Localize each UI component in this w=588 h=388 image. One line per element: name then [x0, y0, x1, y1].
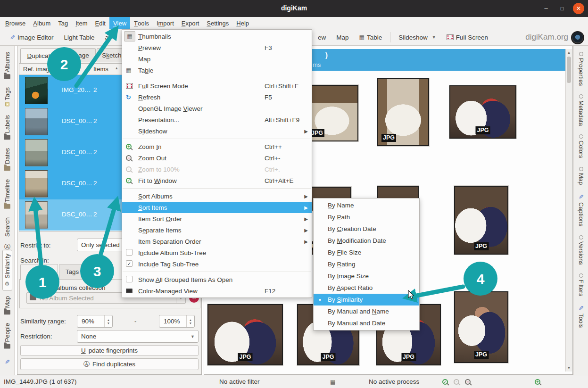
tab-duplicates[interactable]: Duplicates — [20, 48, 64, 63]
menu-item-refresh[interactable]: ↻RefreshF5 — [122, 91, 312, 103]
submenu-item-by-rating[interactable]: By Rating — [314, 258, 419, 270]
toolbar-map-button[interactable]: Map — [331, 29, 354, 45]
column-items[interactable]: Items — [93, 66, 108, 73]
menu-item-opengl-image-viewer[interactable]: OpenGL Image Viewer — [122, 103, 312, 114]
image-thumbnail[interactable]: JPG — [449, 85, 516, 139]
similarity-max-spinbox[interactable]: 100% ▲▼ — [159, 315, 195, 328]
menu-item-color-managed-view[interactable]: Color-Managed ViewF12 — [122, 285, 312, 297]
filter-box-icon[interactable]: ▦ — [330, 379, 335, 385]
toolbar-image-editor-button[interactable]: ✎Image Editor — [5, 29, 58, 45]
search-tab-albums[interactable]: Albums — [20, 264, 58, 280]
sidebar-tab-search[interactable]: ⒶSearch — [2, 214, 12, 248]
menu-item-include-tag-sub-tree[interactable]: ✓Include Tag Sub-Tree — [122, 258, 312, 270]
sidebar-tab-colors[interactable]: Colors — [577, 131, 586, 162]
submenu-item-by-modification-date[interactable]: By Modification Date — [314, 235, 419, 247]
minimize-button[interactable]: – — [541, 3, 551, 14]
scroll-up-icon[interactable]: ▲ — [566, 50, 572, 55]
sidebar-tab-metadata[interactable]: Metadata — [577, 91, 586, 129]
image-thumbnail[interactable]: JPG — [207, 304, 283, 365]
sidebar-tab-people[interactable]: People — [3, 320, 12, 352]
menu-item[interactable]: Item — [72, 17, 91, 29]
restriction-select[interactable]: None ▼ — [77, 330, 199, 343]
menu-item-sort-albums[interactable]: Sort Albums▶ — [122, 190, 312, 202]
find-duplicates-button[interactable]: ⒶFind duplicates — [20, 358, 199, 370]
menu-item-item-separation-order[interactable]: Item Separation Order▶ — [122, 236, 312, 247]
reference-thumbnail[interactable] — [25, 108, 48, 135]
toolbar-ew-button[interactable]: ew — [313, 29, 331, 45]
sidebar-tab-labels[interactable]: Labels — [3, 112, 12, 143]
toolbar-slideshow-button[interactable]: Slideshow▼ — [393, 29, 441, 45]
menu-item-thumbnails[interactable]: ▦Thumbnails — [122, 31, 312, 42]
update-fingerprints-button[interactable]: Update fingerprints — [20, 345, 199, 356]
menu-item-zoom-out[interactable]: Zoom OutCtrl+- — [122, 152, 312, 164]
sidebar-tab-dates[interactable]: Dates — [3, 145, 12, 174]
search-tab-tags[interactable]: Tags — [59, 264, 85, 279]
menu-item-show-all-grouped-items-as-open[interactable]: Show All Grouped Items As Open — [122, 274, 312, 285]
toolbar-light-table-button[interactable]: Light Table — [58, 29, 99, 45]
toolbar-at-button[interactable]: at — [100, 29, 116, 45]
submenu-item-by-manual-and-date[interactable]: By Manual and Date — [314, 317, 419, 329]
scrollbar-thumb[interactable] — [567, 57, 571, 83]
sidebar-tab-properties[interactable]: Properties — [577, 49, 586, 89]
menu-item-item-sort-order[interactable]: Item Sort Order▶ — [122, 213, 312, 224]
menu-album[interactable]: Album — [29, 17, 54, 29]
menu-browse[interactable]: Browse — [1, 17, 29, 29]
spinner-arrows-icon[interactable]: ▲▼ — [186, 315, 194, 327]
tab-image[interactable]: Image — [65, 48, 96, 62]
menu-item-fit-to-window[interactable]: Fit to WindowCtrl+Alt+E — [122, 175, 312, 186]
maximize-button[interactable]: □ — [557, 3, 567, 14]
submenu-item-by-name[interactable]: By Name — [314, 199, 419, 211]
submenu-item-by-path[interactable]: By Path — [314, 211, 419, 223]
sidebar-tab-tools[interactable]: ✎Tools — [577, 301, 586, 331]
sidebar-tab-captions[interactable]: ✎Captions — [577, 190, 586, 230]
submenu-item-by-image-size[interactable]: By Image Size — [314, 270, 419, 282]
menu-tag[interactable]: Tag — [54, 17, 72, 29]
submenu-item-by-aspect-ratio[interactable]: By Aspect Ratio — [314, 282, 419, 294]
menu-item-sort-items[interactable]: Sort Items▶ — [122, 202, 312, 213]
toolbar-full-screen-button[interactable]: Full Screen — [441, 29, 493, 45]
submenu-item-by-file-size[interactable]: By File Size — [314, 247, 419, 258]
menu-edit[interactable]: Edit — [91, 17, 109, 29]
menu-item-separate-items[interactable]: Separate Items▶ — [122, 224, 312, 236]
menu-view[interactable]: View — [109, 17, 130, 29]
zoom-100-icon[interactable] — [454, 379, 459, 385]
menu-item-preview[interactable]: PreviewF3 — [122, 42, 312, 53]
menu-item-slideshow[interactable]: Slideshow▶ — [122, 125, 312, 137]
sidebar-tab-filters[interactable]: Filters — [577, 270, 586, 299]
zoom-in-icon[interactable] — [535, 379, 540, 385]
sidebar-tab-map[interactable]: Map — [3, 293, 12, 318]
sidebar-tab-timeline[interactable]: Timeline — [3, 176, 12, 212]
reference-thumbnail[interactable] — [25, 77, 48, 104]
menu-item-zoom-in[interactable]: Zoom InCtrl++ — [122, 141, 312, 152]
sidebar-tab-tags[interactable]: Tags — [3, 84, 12, 109]
submenu-item-by-creation-date[interactable]: By Creation Date — [314, 223, 419, 235]
sidebar-tab-versions[interactable]: Versions — [577, 232, 586, 268]
sidebar-tab-albums[interactable]: Albums — [3, 49, 12, 82]
image-thumbnail[interactable]: JPG — [306, 85, 358, 141]
menu-import[interactable]: Import — [153, 17, 178, 29]
menu-item-map[interactable]: Map — [122, 53, 312, 65]
vertical-scrollbar[interactable]: ▲ ▼ — [565, 49, 572, 371]
sidebar-tab-map[interactable]: Map — [577, 164, 586, 188]
reference-thumbnail[interactable] — [25, 170, 48, 198]
image-thumbnail[interactable]: JPG — [454, 186, 508, 255]
toolbar-table-button[interactable]: ▦Table — [354, 29, 388, 45]
menu-settings[interactable]: Settings — [203, 17, 232, 29]
menu-export[interactable]: Export — [178, 17, 203, 29]
menu-item-full-screen-mode[interactable]: Full Screen ModeCtrl+Shift+F — [122, 80, 312, 91]
column-ref-image[interactable]: Ref. imag… — [23, 66, 56, 73]
submenu-item-by-manual-and-name[interactable]: By Manual and Name — [314, 305, 419, 317]
menu-item-table[interactable]: ▦Table — [122, 65, 312, 76]
reference-thumbnail[interactable] — [25, 139, 48, 166]
submenu-item-by-similarity[interactable]: •By Similarity — [314, 294, 419, 305]
reference-thumbnail[interactable] — [25, 201, 48, 229]
menu-help[interactable]: Help — [232, 17, 253, 29]
spinner-arrows-icon[interactable]: ▲▼ — [104, 315, 112, 327]
image-thumbnail[interactable]: JPG — [377, 78, 429, 146]
sidebar-tab-similarity[interactable]: ⚙Similarity — [2, 250, 12, 291]
menu-item-include-album-sub-tree[interactable]: Include Album Sub-Tree — [122, 247, 312, 258]
menu-item-presentation[interactable]: Presentation...Alt+Shift+F9 — [122, 114, 312, 125]
image-thumbnail[interactable]: JPG — [454, 291, 508, 363]
menu-item-zoom-to-100[interactable]: Zoom to 100%Ctrl+. — [122, 164, 312, 175]
menu-tools[interactable]: Tools — [130, 17, 153, 29]
